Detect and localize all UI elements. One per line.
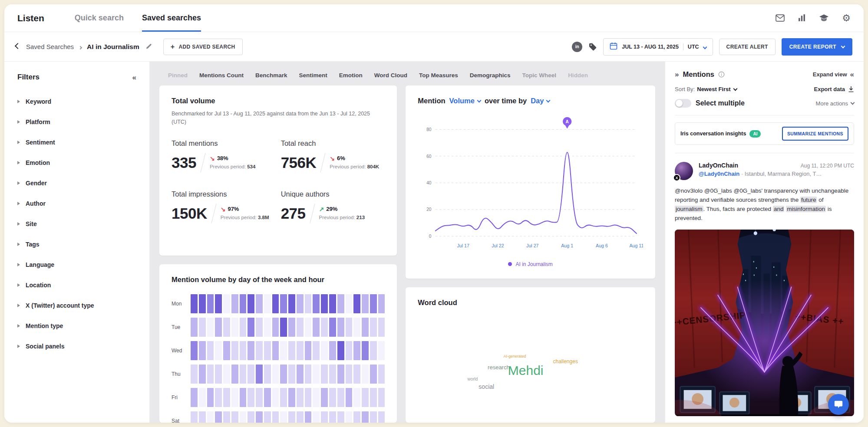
expand-triangle-icon	[17, 263, 20, 266]
mention-item[interactable]: X LadyOnChain Aug 11, 12:20 PM UTC @Lady…	[675, 153, 854, 416]
export-data-button[interactable]: Export data	[814, 86, 854, 92]
filter-item-x-twitter-account-type[interactable]: X (Twitter) account type	[17, 295, 136, 315]
chart-annotation-marker[interactable]: A	[563, 117, 571, 129]
info-icon[interactable]	[718, 71, 725, 78]
collapse-sidebar-icon[interactable]: «	[132, 74, 136, 81]
content-tab-word-cloud[interactable]: Word Cloud	[374, 72, 407, 79]
interval-select[interactable]: Day	[531, 97, 550, 105]
heatmap-row-wed: Wed	[172, 341, 385, 360]
svg-text:Aug 6: Aug 6	[596, 243, 608, 248]
filter-item-site[interactable]: Site	[17, 214, 136, 234]
metric-unique-authors: Unique authors275↗29%Previous period: 21…	[281, 190, 385, 223]
content-tab-topic-wheel[interactable]: Topic Wheel	[522, 72, 557, 79]
linkedin-icon[interactable]: in	[572, 42, 582, 52]
tab-quick-search[interactable]: Quick search	[75, 4, 124, 32]
heatmap-cell	[191, 365, 198, 384]
content-tab-demographics[interactable]: Demographics	[470, 72, 511, 79]
tab-saved-searches[interactable]: Saved searches	[142, 4, 201, 32]
svg-text:A: A	[566, 119, 569, 124]
mention-text: @nov3lolo @0G_labs @0G_labs' transparenc…	[675, 187, 854, 223]
heatmap-cell	[264, 411, 271, 423]
word-cloud-word[interactable]: social	[479, 383, 494, 390]
mail-icon[interactable]	[776, 14, 785, 22]
filter-item-tags[interactable]: Tags	[17, 234, 136, 254]
settings-gear-icon[interactable]: ⚙	[842, 13, 851, 23]
word-cloud-word[interactable]: challenges	[553, 358, 578, 365]
mention-image[interactable]: ++CENSORSHIP ++BIAS ++	[675, 230, 854, 416]
content-tab-top-measures[interactable]: Top Measures	[419, 72, 458, 79]
create-report-button[interactable]: CREATE REPORT	[782, 38, 852, 56]
heatmap-cell	[288, 318, 295, 337]
add-saved-search-button[interactable]: + ADD SAVED SEARCH	[163, 39, 243, 55]
heatmap-cell	[288, 411, 295, 423]
collapse-panel-icon[interactable]: »	[675, 71, 679, 78]
mentions-panel: » Mentions Expand view « Sort By: Newest…	[665, 62, 864, 423]
filter-item-keyword[interactable]: Keyword	[17, 91, 136, 112]
heatmap-cell	[337, 294, 344, 313]
volume-metric-select[interactable]: Volume	[449, 97, 481, 105]
content-tab-hidden[interactable]: Hidden	[568, 72, 588, 79]
expand-view-button[interactable]: Expand view «	[813, 71, 854, 78]
heatmap-cell	[207, 341, 214, 360]
content-tab-sentiment[interactable]: Sentiment	[299, 72, 327, 79]
sort-select[interactable]: Newest First	[697, 86, 736, 92]
heatmap-cell	[353, 341, 360, 360]
filter-item-author[interactable]: Author	[17, 193, 136, 214]
filter-item-label: Sentiment	[26, 139, 55, 146]
svg-text:0: 0	[429, 234, 432, 239]
heatmap-cell	[288, 388, 295, 407]
mention-handle[interactable]: @Lady0nChain	[699, 171, 739, 177]
create-alert-button[interactable]: CREATE ALERT	[719, 39, 776, 55]
heatmap-cell	[378, 294, 385, 313]
heatmap-cell	[313, 318, 320, 337]
right-column: Mention Volume over time by Day 02040608…	[406, 85, 655, 423]
date-range-picker[interactable]: JUL 13 - AUG 11, 2025 UTC	[603, 38, 713, 56]
content-tab-pinned[interactable]: Pinned	[168, 72, 188, 79]
content-tab-emotion[interactable]: Emotion	[339, 72, 363, 79]
chat-bubble-button[interactable]	[828, 394, 849, 415]
word-cloud-card: Word cloud worldsocialresearchAI-generat…	[406, 287, 655, 423]
filter-item-location[interactable]: Location	[17, 275, 136, 295]
analytics-icon[interactable]	[798, 14, 806, 22]
select-multiple-toggle[interactable]	[675, 99, 691, 108]
summarize-mentions-button[interactable]: SUMMARIZE MENTIONS	[782, 127, 848, 141]
svg-text:80: 80	[426, 127, 432, 132]
word-cloud-word[interactable]: AI-generated	[503, 354, 526, 358]
heatmap-cell	[370, 388, 377, 407]
tag-icon[interactable]	[588, 43, 597, 51]
heatmap-grid: MonTueWedThuFriSatSun	[172, 294, 385, 423]
filter-item-emotion[interactable]: Emotion	[17, 152, 136, 173]
chevron-down-icon	[851, 101, 855, 105]
heatmap-cell	[297, 411, 304, 423]
more-actions-button[interactable]: More actions	[816, 100, 854, 107]
heatmap-row-mon: Mon	[172, 294, 385, 313]
heatmap-cell	[248, 341, 254, 360]
filter-item-language[interactable]: Language	[17, 254, 136, 275]
content-tab-benchmark[interactable]: Benchmark	[255, 72, 287, 79]
breadcrumb-saved-searches[interactable]: Saved Searches	[26, 43, 74, 50]
up-trend-icon: ↗	[319, 206, 324, 213]
filter-item-social-panels[interactable]: Social panels	[17, 336, 136, 356]
filter-item-label: Tags	[26, 241, 40, 248]
expand-triangle-icon	[17, 345, 20, 348]
chart-legend[interactable]: AI in Journalism	[418, 259, 643, 267]
edit-pencil-icon[interactable]	[145, 43, 152, 50]
avatar-wrap: X	[675, 162, 693, 180]
content-tab-mentions-count[interactable]: Mentions Count	[199, 72, 244, 79]
filter-item-platform[interactable]: Platform	[17, 112, 136, 132]
word-cloud-word[interactable]: research	[488, 364, 510, 371]
dashboard-columns: Total volume Benchmarked for Jul 13 - Au…	[159, 85, 655, 423]
word-cloud-word[interactable]: Mehdi	[508, 363, 544, 378]
date-range-value: JUL 13 - AUG 11, 2025	[622, 44, 679, 50]
filter-item-sentiment[interactable]: Sentiment	[17, 132, 136, 152]
mention-author[interactable]: LadyOnChain	[699, 162, 738, 169]
filter-item-gender[interactable]: Gender	[17, 173, 136, 193]
heatmap-cell	[362, 318, 369, 337]
mention-head-text: LadyOnChain Aug 11, 12:20 PM UTC @Lady0n…	[699, 162, 854, 180]
top-bar: Listen Quick search Saved searches ⚙	[4, 4, 864, 32]
word-cloud-word[interactable]: world	[467, 377, 478, 381]
back-chevron-icon[interactable]	[16, 45, 20, 48]
academy-icon[interactable]	[819, 14, 829, 22]
filter-item-mention-type[interactable]: Mention type	[17, 315, 136, 336]
heatmap-cell	[264, 341, 271, 360]
